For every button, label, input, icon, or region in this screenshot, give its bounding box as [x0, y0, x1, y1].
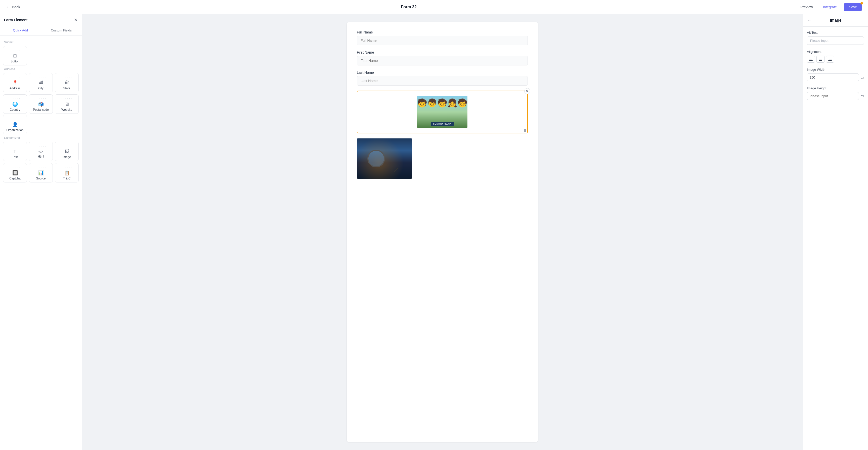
section-submit-label: Submit — [4, 40, 79, 44]
address-label: Address — [9, 87, 20, 90]
text-icon: T — [13, 149, 17, 154]
element-source[interactable]: · · · · · · 📊 Source — [29, 163, 53, 182]
right-panel-title: Image — [813, 18, 858, 23]
align-left-button[interactable] — [807, 56, 815, 63]
panel-header-title: Form Element — [4, 18, 27, 22]
input-last-name[interactable] — [357, 76, 528, 86]
field-first-name: First Name — [357, 50, 528, 65]
image-block-close-button[interactable]: ✕ — [524, 88, 530, 94]
dots-address: · · · · · · — [10, 76, 20, 79]
panel-close-button[interactable]: ✕ — [74, 18, 78, 22]
save-button[interactable]: Save — [844, 3, 862, 11]
back-button[interactable]: ← Back — [6, 5, 20, 9]
image-width-label: Image Width — [807, 68, 864, 72]
align-right-button[interactable] — [826, 56, 834, 63]
svg-rect-6 — [828, 58, 832, 58]
panel-header: Form Element ✕ — [0, 14, 82, 26]
label-last-name: Last Name — [357, 71, 528, 75]
postal-label: Postal code — [33, 108, 49, 112]
element-html[interactable]: · · · · · · </> Html — [29, 142, 53, 161]
tab-custom-fields[interactable]: Custom Fields — [41, 26, 82, 35]
captcha-label: Captcha — [9, 177, 21, 180]
element-text[interactable]: · · · · · · T Text — [3, 142, 27, 161]
dots-postal: · · · · · · — [36, 97, 46, 100]
dots-html: · · · · · · — [36, 145, 46, 148]
left-panel: Form Element ✕ Quick Add Custom Fields S… — [0, 14, 82, 450]
image-label: Image — [63, 155, 71, 159]
dots-website: · · · · · · — [62, 97, 72, 100]
align-right-icon — [828, 58, 832, 61]
image-width-row: px — [807, 74, 864, 81]
image-icon: 🖼 — [65, 149, 69, 154]
panel-tabs: Quick Add Custom Fields — [0, 26, 82, 35]
summer-camp-image: 🧒👦🧒👧🧒 SUMMER CAMP — [417, 96, 467, 129]
state-icon: 🏛 — [65, 81, 69, 85]
image-width-px: px — [861, 76, 864, 79]
summer-camp-inner: 🧒👦🧒👧🧒 SUMMER CAMP — [417, 96, 467, 129]
right-panel-content: Alt Text Alignment — [803, 27, 868, 450]
image-height-group: Image Height px — [807, 86, 864, 100]
dots-org: · · · · · · — [10, 117, 20, 120]
state-label: State — [63, 87, 70, 90]
input-full-name[interactable] — [357, 36, 528, 45]
element-organization[interactable]: · · · · · · 👤 Organization — [3, 115, 27, 134]
canvas-area: Full Name First Name Last Name ✕ 🧒👦🧒👧� — [82, 14, 803, 450]
field-full-name: Full Name — [357, 30, 528, 45]
main-layout: Form Element ✕ Quick Add Custom Fields S… — [0, 14, 868, 450]
dots-country: · · · · · · — [10, 97, 20, 100]
text-label: Text — [12, 155, 18, 159]
alignment-buttons — [807, 56, 864, 63]
element-image[interactable]: · · · · · · 🖼 Image — [55, 142, 79, 161]
section-address-label: Address — [4, 67, 79, 71]
align-center-icon — [819, 58, 822, 61]
source-icon: 📊 — [38, 171, 44, 175]
dots-source: · · · · · · — [36, 166, 46, 169]
image-width-input[interactable] — [807, 74, 859, 81]
image-height-input[interactable] — [807, 92, 859, 100]
align-center-button[interactable] — [816, 56, 825, 63]
image-height-label: Image Height — [807, 86, 864, 90]
alignment-label: Alignment — [807, 50, 864, 54]
form-card: Full Name First Name Last Name ✕ 🧒👦🧒👧� — [347, 22, 538, 442]
country-icon: 🌐 — [12, 102, 18, 107]
captcha-icon: 🔲 — [12, 171, 18, 175]
image-block-city — [357, 138, 528, 179]
html-label: Html — [38, 155, 44, 158]
element-city[interactable]: · · · · · · 🏙 City — [29, 73, 53, 92]
svg-rect-7 — [829, 59, 832, 59]
source-label: Source — [36, 177, 45, 180]
element-address[interactable]: · · · · · · 📍 Address — [3, 73, 27, 92]
input-first-name[interactable] — [357, 56, 528, 65]
website-label: Website — [61, 108, 72, 112]
element-captcha[interactable]: · · · · · · 🔲 Captcha — [3, 163, 27, 182]
preview-button[interactable]: Preview — [797, 3, 816, 10]
element-postal-code[interactable]: · · · · · · 📬 Postal code — [29, 94, 53, 114]
element-country[interactable]: · · · · · · 🌐 Country — [3, 94, 27, 114]
back-label: Back — [12, 5, 20, 9]
button-icon: ⊟ — [13, 54, 17, 58]
field-last-name: Last Name — [357, 71, 528, 86]
label-full-name: Full Name — [357, 30, 528, 34]
element-button[interactable]: · · · · · · ⊟ Button — [3, 46, 27, 65]
right-back-button[interactable]: ← — [807, 18, 811, 23]
svg-rect-1 — [809, 59, 812, 59]
dots-text: · · · · · · — [10, 144, 20, 147]
magnifier-circle — [367, 150, 385, 167]
svg-rect-3 — [819, 58, 822, 58]
element-state[interactable]: · · · · · · 🏛 State — [55, 73, 79, 92]
integrate-button[interactable]: Integrate — [820, 3, 840, 10]
element-tnc[interactable]: · · · · · · 📋 T & C — [55, 163, 79, 182]
html-icon: </> — [38, 150, 43, 153]
org-label: Organization — [6, 129, 23, 132]
page-title: Form 32 — [401, 5, 417, 9]
resize-handle[interactable] — [524, 129, 526, 132]
city-icon: 🏙 — [39, 81, 43, 85]
element-website[interactable]: · · · · · · 🖥 Website — [55, 94, 79, 114]
alt-text-input[interactable] — [807, 36, 864, 45]
image-block-summer-camp[interactable]: ✕ 🧒👦🧒👧🧒 SUMMER CAMP — [357, 91, 528, 133]
dots-city: · · · · · · — [36, 76, 46, 79]
right-panel: ← Image Alt Text Alignment — [803, 14, 868, 450]
tab-quick-add[interactable]: Quick Add — [0, 26, 41, 35]
svg-rect-0 — [809, 58, 813, 58]
save-badge — [861, 2, 863, 4]
